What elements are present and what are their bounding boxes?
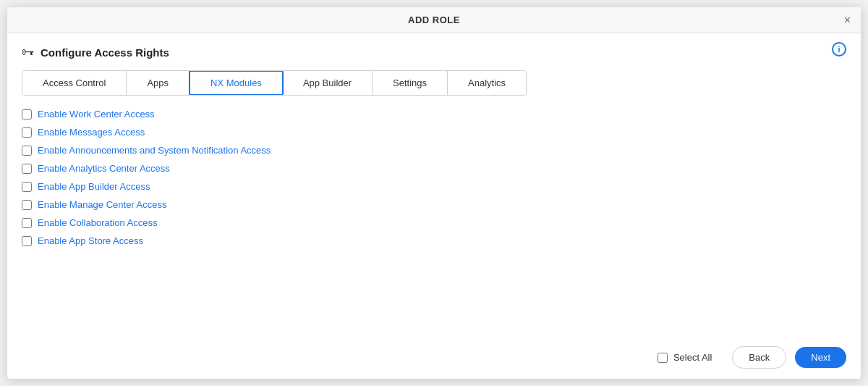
tabs-container: Access Control Apps NX Modules App Build… xyxy=(22,70,527,96)
checkbox-messages[interactable] xyxy=(22,127,32,138)
checkbox-announcements-label[interactable]: Enable Announcements and System Notifica… xyxy=(38,145,271,156)
checkbox-item-app-builder: Enable App Builder Access xyxy=(22,181,846,192)
checkbox-messages-label[interactable]: Enable Messages Access xyxy=(38,127,145,138)
modal-title: ADD ROLE xyxy=(408,14,460,25)
modal-overlay: ADD ROLE × 🗝 Configure Access Rights i A… xyxy=(0,0,868,386)
checkbox-collaboration[interactable] xyxy=(22,218,32,228)
info-icon[interactable]: i xyxy=(832,42,846,56)
checkboxes-list: Enable Work Center Access Enable Message… xyxy=(22,109,846,327)
checkbox-app-builder-label[interactable]: Enable App Builder Access xyxy=(38,181,150,192)
tab-apps[interactable]: Apps xyxy=(127,71,190,95)
checkbox-item-collaboration: Enable Collaboration Access xyxy=(22,217,846,228)
checkbox-item-analytics-center: Enable Analytics Center Access xyxy=(22,163,846,174)
tab-app-builder[interactable]: App Builder xyxy=(283,71,373,95)
checkbox-analytics-center-label[interactable]: Enable Analytics Center Access xyxy=(38,163,170,174)
section-title: Configure Access Rights xyxy=(41,46,169,59)
checkbox-app-builder[interactable] xyxy=(22,182,32,192)
modal-header: ADD ROLE × xyxy=(7,7,861,33)
tab-access-control[interactable]: Access Control xyxy=(22,71,127,95)
close-button[interactable]: × xyxy=(844,14,851,26)
checkbox-work-center-label[interactable]: Enable Work Center Access xyxy=(38,109,155,119)
checkbox-app-store-label[interactable]: Enable App Store Access xyxy=(38,235,143,246)
checkbox-work-center[interactable] xyxy=(22,109,32,119)
modal: ADD ROLE × 🗝 Configure Access Rights i A… xyxy=(7,7,861,379)
select-all-area: Select All xyxy=(658,352,712,363)
tab-analytics[interactable]: Analytics xyxy=(448,71,526,95)
select-all-checkbox[interactable] xyxy=(658,353,668,363)
checkbox-analytics-center[interactable] xyxy=(22,164,32,174)
checkbox-item-app-store: Enable App Store Access xyxy=(22,235,846,246)
checkbox-announcements[interactable] xyxy=(22,146,32,156)
checkbox-item-work-center: Enable Work Center Access xyxy=(22,109,846,119)
checkbox-manage-center[interactable] xyxy=(22,200,32,210)
select-all-label[interactable]: Select All xyxy=(673,352,712,363)
checkbox-item-announcements: Enable Announcements and System Notifica… xyxy=(22,145,846,156)
back-button[interactable]: Back xyxy=(732,346,786,369)
key-icon: 🗝 xyxy=(22,45,35,60)
checkbox-collaboration-label[interactable]: Enable Collaboration Access xyxy=(38,217,158,228)
section-header: 🗝 Configure Access Rights xyxy=(22,45,846,60)
checkbox-item-manage-center: Enable Manage Center Access xyxy=(22,199,846,210)
modal-body: 🗝 Configure Access Rights i Access Contr… xyxy=(7,33,861,339)
tab-settings[interactable]: Settings xyxy=(373,71,448,95)
checkbox-manage-center-label[interactable]: Enable Manage Center Access xyxy=(38,199,167,210)
checkbox-item-messages: Enable Messages Access xyxy=(22,127,846,138)
modal-footer: Select All Back Next xyxy=(7,339,861,379)
checkbox-app-store[interactable] xyxy=(22,236,32,246)
next-button[interactable]: Next xyxy=(795,347,846,368)
tab-nx-modules[interactable]: NX Modules xyxy=(189,70,284,96)
